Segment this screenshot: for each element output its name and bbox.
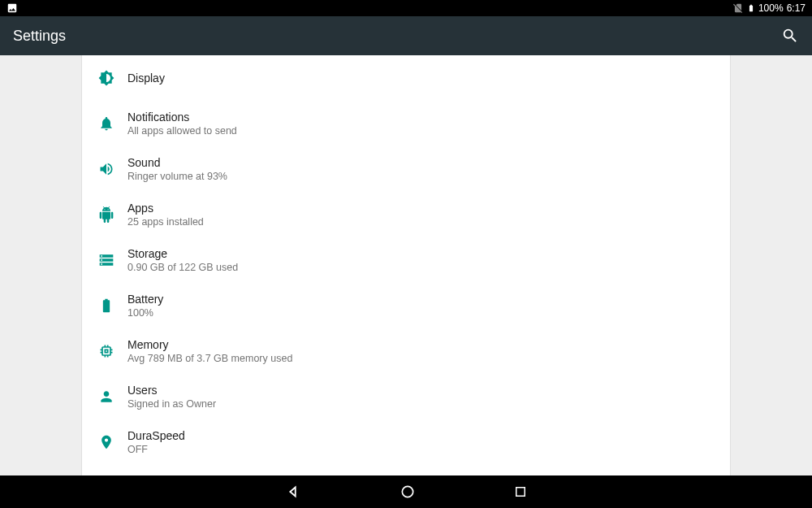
- apps-icon: [98, 206, 127, 223]
- row-subtitle: All apps allowed to send: [127, 125, 717, 137]
- page-title: Settings: [13, 28, 66, 45]
- settings-item-notifications[interactable]: Notifications All apps allowed to send: [82, 101, 730, 146]
- settings-item-battery[interactable]: Battery 100%: [82, 283, 730, 328]
- battery-icon: [747, 2, 755, 14]
- row-title: Storage: [127, 247, 717, 260]
- row-subtitle: OFF: [127, 444, 717, 455]
- image-icon: [6, 2, 18, 14]
- navigation-bar: [0, 475, 812, 508]
- back-icon: [284, 483, 302, 501]
- row-title: Sound: [127, 156, 717, 169]
- row-title: Notifications: [127, 111, 717, 124]
- row-title: DuraSpeed: [127, 429, 717, 442]
- row-title: Memory: [127, 338, 717, 351]
- row-subtitle: Signed in as Owner: [127, 398, 717, 410]
- settings-item-display[interactable]: Display: [82, 55, 730, 101]
- settings-list: Display Notifications All apps allowed t…: [81, 55, 731, 475]
- row-title: Display: [127, 72, 717, 85]
- settings-item-storage[interactable]: Storage 0.90 GB of 122 GB used: [82, 237, 730, 283]
- row-subtitle: 0.90 GB of 122 GB used: [127, 262, 717, 273]
- search-icon: [781, 27, 799, 45]
- battery-percent: 100%: [758, 2, 784, 14]
- memory-icon: [98, 343, 127, 359]
- users-icon: [98, 389, 127, 405]
- svg-point-0: [402, 486, 412, 497]
- row-title: Users: [127, 384, 717, 397]
- settings-item-memory[interactable]: Memory Avg 789 MB of 3.7 GB memory used: [82, 328, 730, 374]
- search-button[interactable]: [781, 27, 799, 45]
- settings-item-users[interactable]: Users Signed in as Owner: [82, 374, 730, 419]
- recents-icon: [513, 484, 528, 499]
- row-subtitle: 100%: [127, 307, 717, 319]
- clock: 6:17: [787, 2, 806, 14]
- content-area: Display Notifications All apps allowed t…: [0, 55, 812, 475]
- duraspeed-icon: [98, 434, 127, 450]
- no-sim-icon: [732, 2, 744, 14]
- battery-icon: [98, 297, 127, 314]
- row-subtitle: 25 apps installed: [127, 216, 717, 228]
- storage-icon: [98, 252, 127, 268]
- row-title: Apps: [127, 202, 717, 215]
- settings-item-sound[interactable]: Sound Ringer volume at 93%: [82, 146, 730, 192]
- svg-rect-1: [516, 488, 525, 497]
- sound-icon: [98, 161, 127, 177]
- notifications-icon: [98, 115, 127, 132]
- row-subtitle: Ringer volume at 93%: [127, 171, 717, 182]
- display-icon: [98, 70, 127, 86]
- home-button[interactable]: [400, 484, 416, 500]
- recents-button[interactable]: [513, 484, 528, 499]
- app-bar: Settings: [0, 16, 812, 55]
- settings-item-apps[interactable]: Apps 25 apps installed: [82, 192, 730, 237]
- back-button[interactable]: [284, 483, 302, 501]
- settings-item-duraspeed[interactable]: DuraSpeed OFF: [82, 419, 730, 465]
- row-title: Battery: [127, 293, 717, 306]
- status-bar: 100% 6:17: [0, 0, 812, 16]
- row-subtitle: Avg 789 MB of 3.7 GB memory used: [127, 353, 717, 364]
- home-icon: [400, 484, 416, 500]
